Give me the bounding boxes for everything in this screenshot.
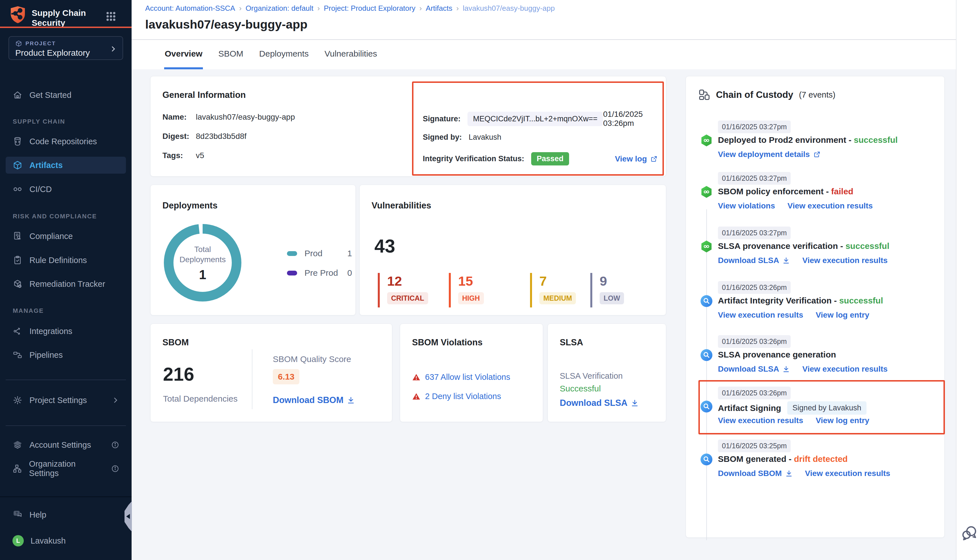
code-repo-icon: [12, 137, 23, 146]
scan-circle-icon: [700, 295, 713, 307]
sidebar-item-label: CI/CD: [29, 185, 52, 194]
severity-high: 15 HIGH: [449, 273, 484, 307]
vulnerabilities-card: Vulnerabilities 43 12 CRITICAL 15 HIGH 7…: [359, 185, 666, 315]
sidebar-dock: ? Help L Lavakush: [0, 497, 132, 560]
tab-sbom[interactable]: SBOM: [218, 40, 244, 69]
tab-overview[interactable]: Overview: [164, 40, 203, 69]
sidebar-item-project-settings[interactable]: Project Settings: [6, 392, 126, 409]
org-hierarchy-icon: [12, 464, 22, 473]
infinity-icon: [12, 184, 23, 194]
sidebar-item-code-repositories[interactable]: Code Repositories: [6, 133, 126, 150]
signed-by-badge: Signed by Lavakush: [787, 401, 866, 415]
panel-title: Chain of Custody: [716, 89, 793, 100]
sidebar-item-label: Account Settings: [29, 440, 91, 450]
sidebar-item-label: Get Started: [29, 90, 71, 100]
view-log-link[interactable]: View log: [615, 155, 658, 163]
view-execution-results-link[interactable]: View execution results: [802, 365, 888, 373]
legend-item-prod: Prod 1: [287, 248, 352, 258]
breadcrumb: Account: Automation-SSCA › Organization:…: [145, 4, 555, 13]
allow-list-violations-link[interactable]: 637 Allow list Violations: [425, 372, 510, 382]
breadcrumb-organization[interactable]: Organization: default: [245, 4, 314, 13]
download-sbom-link[interactable]: Download SBOM: [718, 469, 793, 478]
field-value: 8d23bd3b5d8f: [196, 132, 247, 141]
view-execution-results-link[interactable]: View execution results: [788, 202, 873, 210]
event-timestamp: 01/16/2025 03:26pm: [718, 281, 791, 294]
sidebar-item-remediation-tracker[interactable]: Remediation Tracker: [6, 275, 126, 292]
sidebar-item-user[interactable]: L Lavakush: [6, 532, 126, 549]
event-timestamp: 01/16/2025 03:27pm: [718, 227, 791, 239]
feedback-chat-icon[interactable]: [961, 525, 978, 541]
download-sbom-link[interactable]: Download SBOM: [273, 395, 355, 405]
project-selector[interactable]: PROJECT Product Exploratory: [8, 36, 123, 60]
chain-of-custody-icon: [698, 89, 710, 101]
breadcrumb-current[interactable]: lavakush07/easy-buggy-app: [463, 4, 555, 13]
allow-list-violations-row: 637 Allow list Violations: [412, 372, 510, 382]
info-icon[interactable]: [111, 441, 119, 449]
sidebar-item-organization-settings[interactable]: Organization Settings: [6, 460, 126, 477]
event-timestamp: 01/16/2025 03:26pm: [718, 387, 791, 399]
breadcrumb-artifacts[interactable]: Artifacts: [426, 4, 452, 13]
tab-vulnerabilities[interactable]: Vulnerabilities: [324, 40, 378, 69]
deny-list-violations-link[interactable]: 2 Deny list Violations: [425, 392, 501, 401]
view-log-entry-link[interactable]: View log entry: [816, 310, 869, 320]
sidebar-item-help[interactable]: ? Help: [6, 506, 126, 523]
signature-row: Signature: MEQCICde2VjIT...bL+2+mqnOXw==…: [423, 110, 658, 128]
sidebar-item-label: Compliance: [29, 232, 73, 241]
content-area: General Information Name: lavakush07/eas…: [132, 69, 956, 560]
scan-circle-icon: [700, 349, 713, 362]
sidebar-item-artifacts[interactable]: Artifacts: [6, 157, 126, 174]
sidebar-item-cicd[interactable]: CI/CD: [6, 181, 126, 198]
breadcrumb-project[interactable]: Project: Product Exploratory: [324, 4, 416, 13]
event-status: drift detected: [794, 454, 848, 464]
event-title: SBOM policy enforcement - failed: [718, 187, 853, 196]
scan-circle-icon: [700, 400, 713, 413]
view-deployment-details-link[interactable]: View deployment details: [718, 150, 821, 159]
view-execution-results-link[interactable]: View execution results: [802, 256, 888, 265]
view-execution-results-link[interactable]: View execution results: [805, 469, 890, 478]
right-rail: [956, 0, 978, 560]
event-status: successful: [839, 296, 883, 305]
app-logo-shield-icon: [8, 6, 27, 24]
legend-value: 0: [347, 268, 352, 278]
sidebar-item-label: Remediation Tracker: [29, 280, 105, 289]
download-slsa-link[interactable]: Download SLSA: [560, 398, 639, 408]
divider: [6, 425, 126, 426]
event-links: View deployment details: [718, 150, 821, 159]
view-execution-results-link[interactable]: View execution results: [718, 310, 803, 320]
sidebar-item-get-started[interactable]: Get Started: [6, 87, 126, 103]
tab-deployments[interactable]: Deployments: [259, 40, 309, 69]
chain-of-custody-panel: Chain of Custody (7 events) 01/16/2025 0…: [686, 76, 945, 538]
severity-critical: 12 CRITICAL: [378, 273, 428, 307]
card-title: General Information: [162, 90, 246, 100]
sidebar-item-rule-definitions[interactable]: Rule Definitions: [6, 252, 126, 269]
chevron-right-icon: [112, 397, 119, 404]
event-links: View execution results View log entry: [718, 416, 870, 425]
download-slsa-link[interactable]: Download SLSA: [718, 256, 790, 265]
module-grid-icon[interactable]: [105, 11, 117, 22]
gear-icon: [12, 395, 23, 405]
event-timestamp: 01/16/2025 03:26pm: [718, 335, 791, 348]
sidebar-item-integrations[interactable]: Integrations: [6, 323, 126, 340]
view-log-entry-link[interactable]: View log entry: [816, 416, 869, 425]
pipeline-hexagon-icon: [700, 134, 713, 147]
sidebar-item-pipelines[interactable]: Pipelines: [6, 347, 126, 363]
sidebar-item-compliance[interactable]: Compliance: [6, 228, 126, 245]
sidebar-item-label: Code Repositories: [29, 137, 97, 146]
field-value: lavakush07/easy-buggy-app: [196, 113, 295, 122]
field-name: Name: lavakush07/easy-buggy-app: [162, 113, 295, 122]
sidebar-item-account-settings[interactable]: Account Settings: [6, 437, 126, 453]
sbom-quality-score-badge: 6.13: [273, 369, 299, 384]
breadcrumb-separator: ›: [419, 4, 422, 13]
breadcrumb-account[interactable]: Account: Automation-SSCA: [145, 4, 235, 13]
view-execution-results-link[interactable]: View execution results: [718, 416, 803, 425]
severity-medium: 7 MEDIUM: [530, 273, 576, 307]
card-title: SLSA: [560, 337, 583, 348]
pipelines-icon: [12, 350, 23, 360]
external-link-icon: [650, 155, 658, 163]
download-slsa-link[interactable]: Download SLSA: [718, 365, 790, 373]
event-title: SLSA provenance verification - successfu…: [718, 241, 890, 251]
info-icon[interactable]: [111, 465, 119, 473]
view-violations-link[interactable]: View violations: [718, 202, 775, 210]
sbom-card: SBOM 216 Total Dependencies SBOM Quality…: [150, 323, 392, 422]
sidebar-item-label: Rule Definitions: [29, 256, 87, 265]
